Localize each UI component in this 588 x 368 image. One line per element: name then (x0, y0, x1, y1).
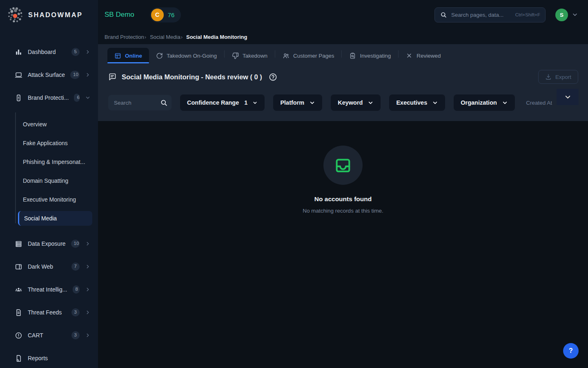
sidebar-subitem-domain-squatting[interactable]: Domain Squatting (0, 171, 98, 190)
global-search-input[interactable] (451, 12, 511, 18)
download-icon (545, 74, 552, 80)
org-name[interactable]: SB Demo (105, 11, 134, 19)
filter-search-input[interactable] (114, 100, 155, 106)
browser-window-icon (15, 263, 22, 271)
tab-online[interactable]: Online (107, 48, 149, 63)
badge-count: 5 (71, 48, 80, 56)
global-search[interactable]: Ctrl+Shift+F (434, 7, 546, 22)
chevron-down-icon (502, 100, 508, 106)
sidebar-subitem-overview[interactable]: Overview (0, 115, 98, 134)
tab-takedown-ongoing[interactable]: Takedown On-Going (149, 48, 224, 63)
document-icon (15, 309, 22, 316)
breadcrumb-item-brand-protection[interactable]: Brand Protection (105, 34, 144, 40)
filters-row: Confidence Range 1 Platform Keyword Exec… (98, 94, 588, 111)
chevron-right-icon (85, 49, 91, 55)
tab-reviewed[interactable]: Reviewed (399, 48, 448, 63)
created-at-sort-dropdown[interactable] (557, 89, 579, 105)
chevron-down-icon (85, 95, 91, 101)
sidebar-subitem-phishing-impersonation[interactable]: Phishing & Impersonat... (0, 153, 98, 171)
sidebar-item-dark-web[interactable]: Dark Web 7 (0, 255, 98, 278)
sidebar-subitem-social-media[interactable]: Social Media (18, 211, 92, 226)
filter-search[interactable] (108, 95, 172, 110)
subitem-label: Fake Applications (23, 140, 68, 146)
grade-score: 76 (168, 11, 175, 18)
section-header: Online Takedown On-Going Takedown Custom… (98, 44, 588, 121)
sidebar-item-threat-intelligence[interactable]: Threat Intellig... 8 (0, 278, 98, 301)
badge-count: 3 (71, 331, 80, 339)
tab-divider (275, 50, 275, 58)
tab-label: Online (125, 53, 142, 59)
sidebar-item-cart[interactable]: CART 3 (0, 324, 98, 347)
chevron-right-icon (85, 72, 91, 78)
dropdown-label: Keyword (338, 99, 363, 106)
dropdown-label: Organization (461, 99, 497, 106)
tab-customer-pages[interactable]: Customer Pages (276, 48, 341, 63)
breadcrumb-separator: › (181, 34, 183, 40)
topbar: SB Demo C 76 Ctrl+Shift+F S (98, 0, 588, 29)
people-group-icon (15, 286, 22, 294)
bar-chart-icon (15, 48, 22, 56)
chevron-right-icon (85, 287, 91, 292)
chevron-down-icon (572, 11, 578, 18)
organization-dropdown[interactable]: Organization (454, 94, 515, 111)
page-title: Social Media Monitoring - Needs review (… (122, 73, 262, 81)
sidebar-item-label: Data Exposure (28, 240, 66, 247)
page-title-row: Social Media Monitoring - Needs review (… (98, 63, 588, 84)
subitem-label: Social Media (24, 215, 57, 222)
sidebar-item-label: CART (28, 332, 43, 339)
help-fab-button[interactable]: ? (563, 343, 579, 359)
sidebar-subitem-fake-applications[interactable]: Fake Applications (0, 134, 98, 153)
sidebar-item-threat-feeds[interactable]: Threat Feeds 3 (0, 301, 98, 324)
tab-label: Customer Pages (293, 53, 334, 59)
dropdown-label: Confidence Range (187, 99, 239, 106)
security-grade-pill[interactable]: C 76 (150, 7, 181, 22)
sidebar-item-dashboard[interactable]: Dashboard 5 (0, 40, 98, 63)
sidebar-item-data-exposure[interactable]: Data Exposure 10 (0, 232, 98, 255)
empty-state-title: No accounts found (314, 195, 372, 203)
server-stack-icon (15, 240, 22, 248)
export-button[interactable]: Export (538, 70, 578, 84)
brand-logo-row[interactable]: SHADOWMAP (0, 0, 98, 29)
sidebar-item-reports[interactable]: Reports (0, 347, 98, 368)
tab-label: Investigating (360, 53, 391, 59)
badge-count: 3 (71, 308, 80, 316)
avatar: S (555, 9, 568, 21)
laptop-icon (15, 71, 22, 79)
badge-count: 10 (70, 71, 80, 79)
status-tabs: Online Takedown On-Going Takedown Custom… (98, 44, 588, 63)
message-square-icon (108, 73, 116, 81)
breadcrumb-item-social-media[interactable]: Social Media (150, 34, 180, 40)
keyword-dropdown[interactable]: Keyword (331, 94, 381, 111)
users-icon (283, 52, 290, 59)
user-menu[interactable]: S (555, 9, 578, 21)
sidebar-item-brand-protection[interactable]: Brand Protecti... 6 (0, 86, 98, 109)
breadcrumb-separator: › (145, 34, 146, 40)
search-icon (440, 11, 447, 18)
confidence-range-value: 1 (244, 99, 247, 106)
x-icon (406, 52, 413, 59)
executives-dropdown[interactable]: Executives (389, 94, 445, 111)
tab-label: Reviewed (416, 53, 441, 59)
sidebar-item-attack-surface[interactable]: Attack Surface 10 (0, 63, 98, 86)
shadowmap-logo-icon (6, 6, 24, 24)
sidebar-nav: Dashboard 5 Attack Surface 10 Brand Prot… (0, 40, 98, 368)
chevron-down-icon (432, 100, 438, 106)
sidebar-item-label: Brand Protecti... (28, 94, 69, 101)
badge-count: 8 (73, 285, 80, 294)
tab-takedown[interactable]: Takedown (225, 48, 274, 63)
subitem-label: Executive Monitoring (23, 196, 76, 203)
inbox-icon (334, 156, 352, 175)
empty-state: No accounts found No matching records at… (98, 121, 588, 214)
chevron-down-icon (368, 100, 374, 106)
confidence-range-dropdown[interactable]: Confidence Range 1 (180, 94, 265, 111)
badge-count: 7 (71, 263, 80, 271)
help-circle-icon[interactable] (269, 73, 277, 81)
tab-investigating[interactable]: Investigating (342, 48, 398, 63)
sidebar-item-label: Threat Intellig... (28, 286, 67, 293)
dropdown-label: Executives (396, 99, 427, 106)
alert-circle-icon (15, 332, 22, 339)
subitem-label: Overview (23, 121, 47, 128)
sidebar-subitem-executive-monitoring[interactable]: Executive Monitoring (0, 190, 98, 209)
platform-dropdown[interactable]: Platform (273, 94, 322, 111)
subitem-label: Phishing & Impersonat... (23, 159, 85, 165)
